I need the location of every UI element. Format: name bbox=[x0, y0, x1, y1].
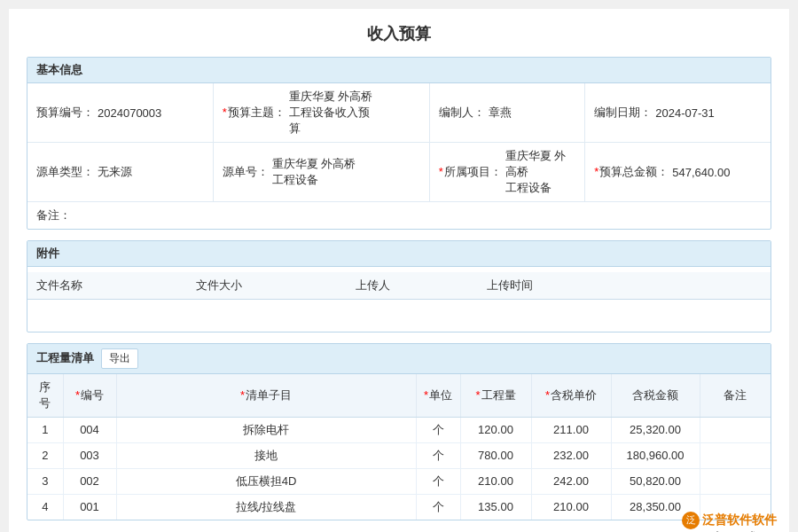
label-editor: 编制人： bbox=[439, 105, 485, 121]
cell-source-type: 源单类型： 无来源 bbox=[27, 143, 214, 201]
table-cell: 210.00 bbox=[531, 494, 611, 520]
table-cell: 拆除电杆 bbox=[116, 417, 416, 442]
table-cell: 个 bbox=[416, 442, 460, 468]
table-row: 3002低压横担4D个210.00242.0050,820.00 bbox=[27, 468, 771, 494]
col-unit: 单位 bbox=[416, 374, 460, 418]
table-cell: 4 bbox=[27, 494, 63, 520]
table-cell: 个 bbox=[416, 417, 460, 442]
table-cell: 135.00 bbox=[460, 494, 531, 520]
watermark-logo: 泛 bbox=[682, 512, 700, 529]
table-cell: 003 bbox=[63, 442, 116, 468]
value-source-no: 重庆华夏 外高桥工程设备 bbox=[269, 156, 356, 188]
value-budget-no: 2024070003 bbox=[94, 106, 161, 120]
attachment-header: 附件 bbox=[27, 241, 771, 267]
table-cell: 25,320.00 bbox=[611, 417, 700, 442]
value-source-type: 无来源 bbox=[94, 164, 132, 180]
cell-project: 所属项目： 重庆华夏 外高桥工程设备 bbox=[430, 143, 585, 201]
works-list-title: 工程量清单 bbox=[36, 350, 94, 366]
attach-empty-row bbox=[27, 300, 771, 326]
works-table: 序号 编号 清单子目 单位 工程量 含税单价 含税金额 备注 1004拆除电杆个… bbox=[27, 374, 771, 520]
value-editor: 章燕 bbox=[485, 105, 512, 121]
col-seq: 序号 bbox=[27, 374, 63, 418]
table-cell: 拉线/拉线盘 bbox=[116, 494, 416, 520]
basic-info-row-1: 预算编号： 2024070003 预算主题： 重庆华夏 外高桥工程设备收入预算 … bbox=[27, 83, 771, 143]
value-edit-date: 2024-07-31 bbox=[652, 106, 715, 120]
col-amount: 含税金额 bbox=[611, 374, 700, 418]
cell-editor: 编制人： 章燕 bbox=[430, 83, 585, 142]
label-edit-date: 编制日期： bbox=[594, 105, 652, 121]
basic-info-section: 基本信息 预算编号： 2024070003 预算主题： 重庆华夏 外高桥工程设备… bbox=[27, 57, 771, 230]
table-cell bbox=[700, 442, 771, 468]
label-remark: 备注： bbox=[36, 207, 71, 223]
table-cell: 004 bbox=[63, 417, 116, 442]
label-source-no: 源单号： bbox=[223, 164, 269, 180]
col-qty: 工程量 bbox=[460, 374, 531, 418]
attachment-table: 文件名称 文件大小 上传人 上传时间 bbox=[27, 272, 771, 326]
table-row: 2003接地个780.00232.00180,960.00 bbox=[27, 442, 771, 468]
table-row: 4001拉线/拉线盘个135.00210.0028,350.00 bbox=[27, 494, 771, 520]
page-title: 收入预算 bbox=[27, 23, 771, 44]
watermark-software-text: 软件 bbox=[752, 512, 777, 528]
col-name: 清单子目 bbox=[116, 374, 416, 418]
table-row: 1004拆除电杆个120.00211.0025,320.00 bbox=[27, 417, 771, 442]
watermark-url: www.fanpusoft.com bbox=[692, 529, 777, 533]
cell-budget-no: 预算编号： 2024070003 bbox=[27, 83, 214, 142]
basic-info-row-2: 源单类型： 无来源 源单号： 重庆华夏 外高桥工程设备 所属项目： 重庆华夏 外… bbox=[27, 143, 771, 202]
table-cell: 002 bbox=[63, 468, 116, 494]
value-total-amount: 547,640.00 bbox=[669, 166, 730, 179]
table-cell: 2 bbox=[27, 442, 63, 468]
attachment-body: 文件名称 文件大小 上传人 上传时间 bbox=[27, 267, 771, 332]
value-project: 重庆华夏 外高桥工程设备 bbox=[502, 148, 575, 196]
table-cell: 780.00 bbox=[460, 442, 531, 468]
table-cell bbox=[700, 468, 771, 494]
cell-budget-subject: 预算主题： 重庆华夏 外高桥工程设备收入预算 bbox=[214, 83, 430, 142]
label-budget-subject: 预算主题： bbox=[223, 105, 286, 121]
table-cell: 120.00 bbox=[460, 417, 531, 442]
cell-source-no: 源单号： 重庆华夏 外高桥工程设备 bbox=[214, 143, 430, 201]
table-cell: 个 bbox=[416, 468, 460, 494]
table-cell: 接地 bbox=[116, 442, 416, 468]
attach-col-extra2 bbox=[682, 272, 726, 300]
attach-col-uploader: 上传人 bbox=[347, 272, 478, 300]
basic-info-grid: 预算编号： 2024070003 预算主题： 重庆华夏 外高桥工程设备收入预算 … bbox=[27, 83, 771, 229]
table-cell: 242.00 bbox=[531, 468, 611, 494]
table-cell: 个 bbox=[416, 494, 460, 520]
basic-info-header: 基本信息 bbox=[27, 58, 771, 83]
attach-col-filename: 文件名称 bbox=[27, 272, 187, 300]
watermark-brand: 泛 泛普软件 软件 bbox=[682, 512, 777, 529]
works-list-header: 工程量清单 导出 bbox=[27, 344, 771, 374]
value-budget-subject: 重庆华夏 外高桥工程设备收入预算 bbox=[286, 89, 373, 137]
label-budget-no: 预算编号： bbox=[36, 105, 94, 121]
cell-edit-date: 编制日期： 2024-07-31 bbox=[585, 83, 771, 142]
basic-info-row-3: 备注： bbox=[27, 202, 771, 229]
attach-col-upload-time: 上传时间 bbox=[478, 272, 638, 300]
table-cell: 210.00 bbox=[460, 468, 531, 494]
table-cell bbox=[700, 417, 771, 442]
works-table-header-row: 序号 编号 清单子目 单位 工程量 含税单价 含税金额 备注 bbox=[27, 374, 771, 418]
label-project: 所属项目： bbox=[439, 164, 502, 180]
export-button[interactable]: 导出 bbox=[101, 348, 138, 369]
col-unit-price: 含税单价 bbox=[531, 374, 611, 418]
table-cell: 001 bbox=[63, 494, 116, 520]
attach-col-size: 文件大小 bbox=[187, 272, 347, 300]
watermark-brand-text: 泛普软件 bbox=[702, 512, 752, 528]
cell-total-amount: 预算总金额： 547,640.00 bbox=[585, 143, 771, 201]
watermark: 泛 泛普软件 软件 www.fanpusoft.com bbox=[682, 512, 777, 533]
table-cell: 3 bbox=[27, 468, 63, 494]
works-list-section: 工程量清单 导出 序号 编号 清单子目 单位 工程量 含税单价 含税金额 备注 … bbox=[27, 343, 771, 520]
label-total-amount: 预算总金额： bbox=[594, 164, 669, 180]
col-remark: 备注 bbox=[700, 374, 771, 418]
label-source-type: 源单类型： bbox=[36, 164, 94, 180]
table-cell: 232.00 bbox=[531, 442, 611, 468]
table-cell: 低压横担4D bbox=[116, 468, 416, 494]
table-cell: 50,820.00 bbox=[611, 468, 700, 494]
col-code: 编号 bbox=[63, 374, 116, 418]
cell-remark: 备注： bbox=[27, 202, 771, 229]
table-cell: 1 bbox=[27, 417, 63, 442]
attachment-section: 附件 文件名称 文件大小 上传人 上传时间 bbox=[27, 240, 771, 332]
attach-col-extra1 bbox=[638, 272, 682, 300]
table-cell: 180,960.00 bbox=[611, 442, 700, 468]
main-page: 收入预算 基本信息 预算编号： 2024070003 预算主题： 重庆华夏 外高… bbox=[9, 9, 789, 532]
attach-col-extra3 bbox=[726, 272, 771, 300]
table-cell: 211.00 bbox=[531, 417, 611, 442]
